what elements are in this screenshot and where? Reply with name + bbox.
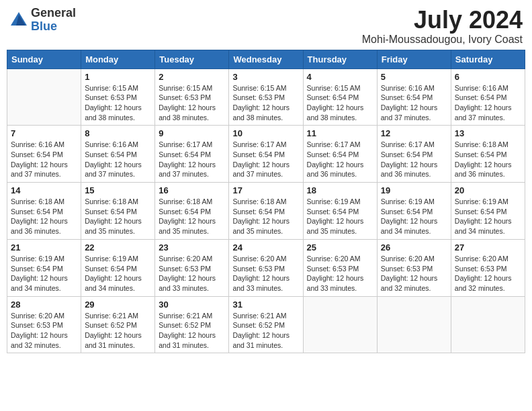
calendar-day-cell: 17Sunrise: 6:18 AMSunset: 6:54 PMDayligh…: [229, 183, 303, 240]
calendar-day-cell: 4Sunrise: 6:15 AMSunset: 6:54 PMDaylight…: [303, 68, 377, 126]
day-info: Sunrise: 6:18 AMSunset: 6:54 PMDaylight:…: [232, 197, 299, 236]
day-number: 23: [159, 242, 225, 253]
day-info: Sunrise: 6:16 AMSunset: 6:54 PMDaylight:…: [11, 140, 77, 179]
day-info: Sunrise: 6:20 AMSunset: 6:53 PMDaylight:…: [232, 254, 299, 293]
day-number: 10: [232, 128, 299, 138]
day-info: Sunrise: 6:20 AMSunset: 6:53 PMDaylight:…: [455, 254, 521, 293]
weekday-header-row: SundayMondayTuesdayWednesdayThursdayFrid…: [7, 50, 525, 68]
page-header: General Blue July 2024 Mohi-Moussadougou…: [7, 7, 525, 46]
day-info: Sunrise: 6:19 AMSunset: 6:54 PMDaylight:…: [85, 254, 151, 293]
calendar-day-cell: 27Sunrise: 6:20 AMSunset: 6:53 PMDayligh…: [451, 239, 525, 296]
day-number: 13: [455, 128, 521, 138]
day-number: 19: [381, 185, 447, 195]
month-year-title: July 2024: [362, 7, 523, 34]
day-number: 26: [381, 242, 447, 253]
day-info: Sunrise: 6:19 AMSunset: 6:54 PMDaylight:…: [381, 197, 447, 236]
weekday-header: Wednesday: [229, 50, 303, 68]
calendar-day-cell: 21Sunrise: 6:19 AMSunset: 6:54 PMDayligh…: [7, 239, 81, 296]
calendar-day-cell: 19Sunrise: 6:19 AMSunset: 6:54 PMDayligh…: [377, 183, 451, 240]
calendar-day-cell: 14Sunrise: 6:18 AMSunset: 6:54 PMDayligh…: [7, 183, 81, 240]
day-info: Sunrise: 6:16 AMSunset: 6:54 PMDaylight:…: [85, 140, 151, 179]
day-number: 20: [455, 185, 521, 195]
day-info: Sunrise: 6:17 AMSunset: 6:54 PMDaylight:…: [307, 140, 373, 179]
logo-text: General Blue: [31, 7, 76, 34]
calendar-day-cell: 9Sunrise: 6:17 AMSunset: 6:54 PMDaylight…: [155, 126, 229, 183]
calendar-day-cell: 20Sunrise: 6:19 AMSunset: 6:54 PMDayligh…: [451, 183, 525, 240]
calendar-week-row: 21Sunrise: 6:19 AMSunset: 6:54 PMDayligh…: [7, 239, 525, 296]
calendar-day-cell: [303, 296, 377, 353]
day-number: 18: [307, 185, 373, 195]
day-info: Sunrise: 6:15 AMSunset: 6:54 PMDaylight:…: [307, 83, 373, 123]
day-info: Sunrise: 6:21 AMSunset: 6:52 PMDaylight:…: [159, 311, 225, 351]
day-info: Sunrise: 6:15 AMSunset: 6:53 PMDaylight:…: [232, 83, 299, 123]
day-number: 12: [381, 128, 447, 138]
calendar-day-cell: 7Sunrise: 6:16 AMSunset: 6:54 PMDaylight…: [7, 126, 81, 183]
day-info: Sunrise: 6:20 AMSunset: 6:53 PMDaylight:…: [307, 254, 373, 293]
day-info: Sunrise: 6:19 AMSunset: 6:54 PMDaylight:…: [455, 197, 521, 236]
calendar-day-cell: 31Sunrise: 6:21 AMSunset: 6:52 PMDayligh…: [229, 296, 303, 353]
day-number: 27: [455, 242, 521, 253]
calendar-day-cell: 5Sunrise: 6:16 AMSunset: 6:54 PMDaylight…: [377, 68, 451, 126]
day-number: 28: [11, 300, 77, 310]
day-info: Sunrise: 6:20 AMSunset: 6:53 PMDaylight:…: [381, 254, 447, 293]
calendar-day-cell: 13Sunrise: 6:18 AMSunset: 6:54 PMDayligh…: [451, 126, 525, 183]
day-number: 22: [85, 242, 151, 253]
title-block: July 2024 Mohi-Moussadougou, Ivory Coast: [362, 7, 523, 46]
calendar-week-row: 7Sunrise: 6:16 AMSunset: 6:54 PMDaylight…: [7, 126, 525, 183]
day-number: 16: [159, 185, 225, 195]
calendar-day-cell: 2Sunrise: 6:15 AMSunset: 6:53 PMDaylight…: [155, 68, 229, 126]
day-info: Sunrise: 6:19 AMSunset: 6:54 PMDaylight:…: [11, 254, 77, 293]
day-info: Sunrise: 6:17 AMSunset: 6:54 PMDaylight:…: [381, 140, 447, 179]
day-number: 30: [159, 300, 225, 310]
day-number: 3: [232, 72, 299, 82]
calendar-day-cell: 26Sunrise: 6:20 AMSunset: 6:53 PMDayligh…: [377, 239, 451, 296]
day-info: Sunrise: 6:18 AMSunset: 6:54 PMDaylight:…: [85, 197, 151, 236]
day-info: Sunrise: 6:15 AMSunset: 6:53 PMDaylight:…: [85, 83, 151, 123]
calendar-week-row: 1Sunrise: 6:15 AMSunset: 6:53 PMDaylight…: [7, 68, 525, 126]
calendar-table: SundayMondayTuesdayWednesdayThursdayFrid…: [7, 50, 525, 354]
day-info: Sunrise: 6:20 AMSunset: 6:53 PMDaylight:…: [159, 254, 225, 293]
calendar-day-cell: 12Sunrise: 6:17 AMSunset: 6:54 PMDayligh…: [377, 126, 451, 183]
day-number: 25: [307, 242, 373, 253]
calendar-day-cell: 24Sunrise: 6:20 AMSunset: 6:53 PMDayligh…: [229, 239, 303, 296]
calendar-day-cell: [377, 296, 451, 353]
day-info: Sunrise: 6:15 AMSunset: 6:53 PMDaylight:…: [159, 83, 225, 123]
calendar-week-row: 28Sunrise: 6:20 AMSunset: 6:53 PMDayligh…: [7, 296, 525, 353]
day-info: Sunrise: 6:20 AMSunset: 6:53 PMDaylight:…: [11, 311, 77, 351]
calendar-day-cell: 22Sunrise: 6:19 AMSunset: 6:54 PMDayligh…: [81, 239, 155, 296]
day-info: Sunrise: 6:18 AMSunset: 6:54 PMDaylight:…: [11, 197, 77, 236]
calendar-day-cell: 6Sunrise: 6:16 AMSunset: 6:54 PMDaylight…: [451, 68, 525, 126]
day-info: Sunrise: 6:16 AMSunset: 6:54 PMDaylight:…: [381, 83, 447, 123]
weekday-header: Tuesday: [155, 50, 229, 68]
logo-icon: [9, 11, 28, 30]
day-number: 1: [85, 72, 151, 82]
calendar-day-cell: 28Sunrise: 6:20 AMSunset: 6:53 PMDayligh…: [7, 296, 81, 353]
day-info: Sunrise: 6:18 AMSunset: 6:54 PMDaylight:…: [455, 140, 521, 179]
day-info: Sunrise: 6:18 AMSunset: 6:54 PMDaylight:…: [159, 197, 225, 236]
calendar-day-cell: 16Sunrise: 6:18 AMSunset: 6:54 PMDayligh…: [155, 183, 229, 240]
weekday-header: Monday: [81, 50, 155, 68]
day-info: Sunrise: 6:21 AMSunset: 6:52 PMDaylight:…: [232, 311, 299, 351]
day-number: 15: [85, 185, 151, 195]
day-number: 8: [85, 128, 151, 138]
day-number: 9: [159, 128, 225, 138]
calendar-day-cell: 18Sunrise: 6:19 AMSunset: 6:54 PMDayligh…: [303, 183, 377, 240]
day-number: 24: [232, 242, 299, 253]
calendar-day-cell: 8Sunrise: 6:16 AMSunset: 6:54 PMDaylight…: [81, 126, 155, 183]
calendar-day-cell: 25Sunrise: 6:20 AMSunset: 6:53 PMDayligh…: [303, 239, 377, 296]
weekday-header: Thursday: [303, 50, 377, 68]
calendar-day-cell: 15Sunrise: 6:18 AMSunset: 6:54 PMDayligh…: [81, 183, 155, 240]
day-number: 5: [381, 72, 447, 82]
calendar-week-row: 14Sunrise: 6:18 AMSunset: 6:54 PMDayligh…: [7, 183, 525, 240]
calendar-day-cell: 1Sunrise: 6:15 AMSunset: 6:53 PMDaylight…: [81, 68, 155, 126]
day-number: 21: [11, 242, 77, 253]
day-info: Sunrise: 6:19 AMSunset: 6:54 PMDaylight:…: [307, 197, 373, 236]
calendar-day-cell: 11Sunrise: 6:17 AMSunset: 6:54 PMDayligh…: [303, 126, 377, 183]
day-number: 2: [159, 72, 225, 82]
day-info: Sunrise: 6:16 AMSunset: 6:54 PMDaylight:…: [455, 83, 521, 123]
logo: General Blue: [9, 7, 76, 34]
day-number: 14: [11, 185, 77, 195]
calendar-day-cell: 29Sunrise: 6:21 AMSunset: 6:52 PMDayligh…: [81, 296, 155, 353]
day-number: 7: [11, 128, 77, 138]
calendar-day-cell: 23Sunrise: 6:20 AMSunset: 6:53 PMDayligh…: [155, 239, 229, 296]
